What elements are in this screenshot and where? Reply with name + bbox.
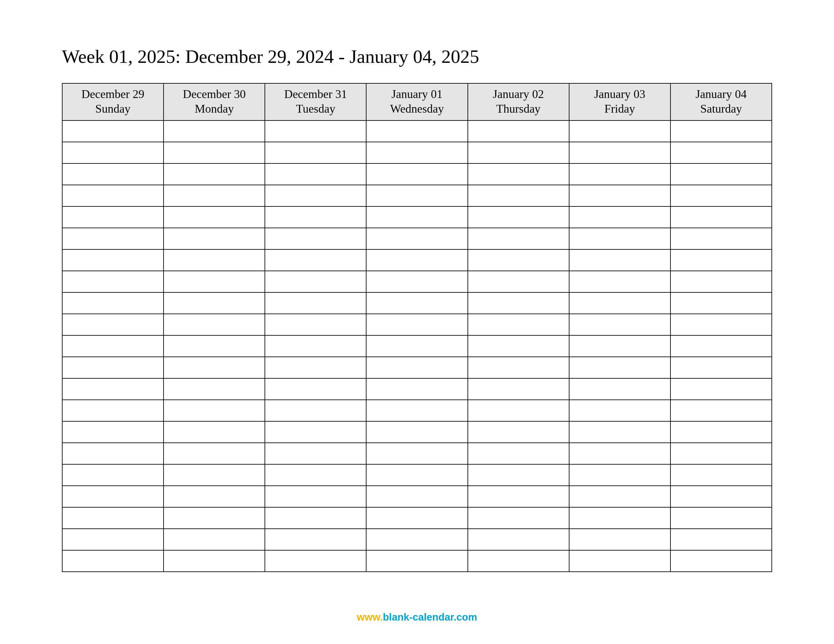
calendar-cell[interactable] <box>265 529 366 550</box>
calendar-cell[interactable] <box>163 292 265 314</box>
calendar-cell[interactable] <box>62 292 163 314</box>
calendar-cell[interactable] <box>468 185 569 207</box>
calendar-cell[interactable] <box>569 207 671 228</box>
calendar-cell[interactable] <box>366 464 467 486</box>
calendar-cell[interactable] <box>671 443 772 464</box>
calendar-cell[interactable] <box>265 207 366 228</box>
calendar-cell[interactable] <box>265 121 366 142</box>
calendar-cell[interactable] <box>163 271 265 292</box>
calendar-cell[interactable] <box>62 142 163 163</box>
calendar-cell[interactable] <box>671 378 772 400</box>
calendar-cell[interactable] <box>163 550 265 572</box>
calendar-cell[interactable] <box>62 378 163 400</box>
calendar-cell[interactable] <box>163 443 265 464</box>
calendar-cell[interactable] <box>468 314 569 335</box>
calendar-cell[interactable] <box>671 142 772 163</box>
calendar-cell[interactable] <box>569 357 671 378</box>
calendar-cell[interactable] <box>265 464 366 486</box>
calendar-cell[interactable] <box>163 185 265 207</box>
calendar-cell[interactable] <box>366 378 467 400</box>
calendar-cell[interactable] <box>569 486 671 507</box>
calendar-cell[interactable] <box>366 529 467 550</box>
calendar-cell[interactable] <box>468 550 569 572</box>
calendar-cell[interactable] <box>163 357 265 378</box>
calendar-cell[interactable] <box>163 464 265 486</box>
calendar-cell[interactable] <box>366 507 467 529</box>
calendar-cell[interactable] <box>265 292 366 314</box>
calendar-cell[interactable] <box>671 529 772 550</box>
calendar-cell[interactable] <box>265 249 366 271</box>
calendar-cell[interactable] <box>366 292 467 314</box>
calendar-cell[interactable] <box>569 228 671 249</box>
calendar-cell[interactable] <box>569 529 671 550</box>
calendar-cell[interactable] <box>468 228 569 249</box>
calendar-cell[interactable] <box>163 163 265 185</box>
calendar-cell[interactable] <box>265 357 366 378</box>
calendar-cell[interactable] <box>569 249 671 271</box>
calendar-cell[interactable] <box>468 207 569 228</box>
calendar-cell[interactable] <box>468 249 569 271</box>
calendar-cell[interactable] <box>366 400 467 421</box>
calendar-cell[interactable] <box>468 486 569 507</box>
calendar-cell[interactable] <box>671 314 772 335</box>
calendar-cell[interactable] <box>265 228 366 249</box>
calendar-cell[interactable] <box>366 185 467 207</box>
calendar-cell[interactable] <box>569 121 671 142</box>
calendar-cell[interactable] <box>265 486 366 507</box>
calendar-cell[interactable] <box>265 550 366 572</box>
calendar-cell[interactable] <box>671 163 772 185</box>
calendar-cell[interactable] <box>468 400 569 421</box>
calendar-cell[interactable] <box>62 550 163 572</box>
calendar-cell[interactable] <box>569 185 671 207</box>
calendar-cell[interactable] <box>163 378 265 400</box>
calendar-cell[interactable] <box>366 228 467 249</box>
calendar-cell[interactable] <box>163 142 265 163</box>
calendar-cell[interactable] <box>62 357 163 378</box>
calendar-cell[interactable] <box>265 400 366 421</box>
calendar-cell[interactable] <box>468 443 569 464</box>
calendar-cell[interactable] <box>62 207 163 228</box>
calendar-cell[interactable] <box>62 185 163 207</box>
calendar-cell[interactable] <box>62 314 163 335</box>
calendar-cell[interactable] <box>468 142 569 163</box>
calendar-cell[interactable] <box>163 529 265 550</box>
calendar-cell[interactable] <box>468 292 569 314</box>
calendar-cell[interactable] <box>62 249 163 271</box>
calendar-cell[interactable] <box>671 121 772 142</box>
calendar-cell[interactable] <box>62 486 163 507</box>
calendar-cell[interactable] <box>163 421 265 443</box>
calendar-cell[interactable] <box>569 292 671 314</box>
calendar-cell[interactable] <box>569 400 671 421</box>
calendar-cell[interactable] <box>163 249 265 271</box>
calendar-cell[interactable] <box>569 443 671 464</box>
calendar-cell[interactable] <box>569 314 671 335</box>
calendar-cell[interactable] <box>569 464 671 486</box>
calendar-cell[interactable] <box>62 163 163 185</box>
calendar-cell[interactable] <box>671 357 772 378</box>
calendar-cell[interactable] <box>62 335 163 357</box>
calendar-cell[interactable] <box>265 421 366 443</box>
calendar-cell[interactable] <box>366 207 467 228</box>
calendar-cell[interactable] <box>468 163 569 185</box>
calendar-cell[interactable] <box>569 550 671 572</box>
calendar-cell[interactable] <box>265 507 366 529</box>
calendar-cell[interactable] <box>265 314 366 335</box>
calendar-cell[interactable] <box>671 335 772 357</box>
calendar-cell[interactable] <box>366 443 467 464</box>
calendar-cell[interactable] <box>468 271 569 292</box>
calendar-cell[interactable] <box>671 507 772 529</box>
calendar-cell[interactable] <box>569 507 671 529</box>
calendar-cell[interactable] <box>265 271 366 292</box>
calendar-cell[interactable] <box>468 529 569 550</box>
calendar-cell[interactable] <box>163 314 265 335</box>
calendar-cell[interactable] <box>163 228 265 249</box>
calendar-cell[interactable] <box>366 163 467 185</box>
calendar-cell[interactable] <box>265 185 366 207</box>
calendar-cell[interactable] <box>366 335 467 357</box>
calendar-cell[interactable] <box>163 207 265 228</box>
calendar-cell[interactable] <box>163 121 265 142</box>
calendar-cell[interactable] <box>265 443 366 464</box>
calendar-cell[interactable] <box>569 271 671 292</box>
calendar-cell[interactable] <box>62 228 163 249</box>
calendar-cell[interactable] <box>366 550 467 572</box>
